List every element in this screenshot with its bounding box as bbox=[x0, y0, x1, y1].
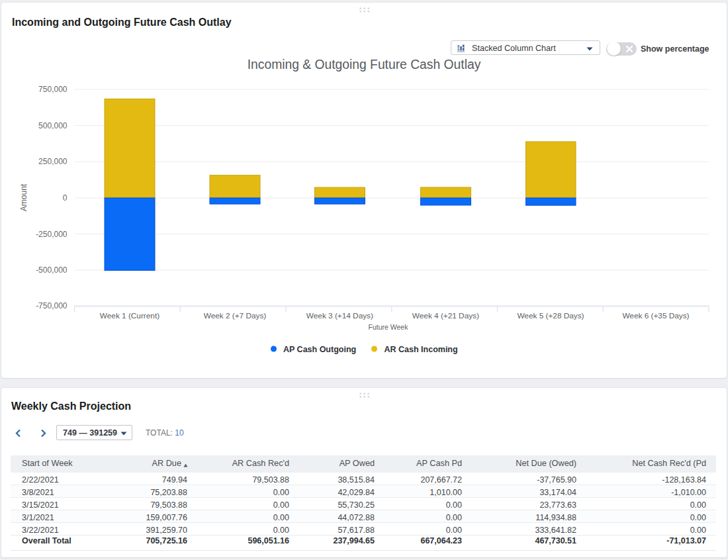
svg-text:Future Week: Future Week bbox=[369, 323, 409, 331]
svg-text:-750,000: -750,000 bbox=[36, 301, 68, 310]
svg-text:AP Cash Outgoing: AP Cash Outgoing bbox=[283, 345, 356, 354]
svg-text:Week 3 (+14 Days): Week 3 (+14 Days) bbox=[306, 311, 373, 320]
svg-text:0: 0 bbox=[63, 193, 68, 203]
svg-text:Week 4 (+21 Days): Week 4 (+21 Days) bbox=[412, 311, 479, 320]
svg-text:-250,000: -250,000 bbox=[36, 230, 68, 239]
svg-text:-500,000: -500,000 bbox=[36, 265, 68, 275]
svg-text:Week 1 (Current): Week 1 (Current) bbox=[100, 311, 159, 320]
svg-text:Week 6 (+35 Days): Week 6 (+35 Days) bbox=[622, 311, 689, 320]
svg-text:750,000: 750,000 bbox=[38, 85, 68, 94]
svg-text:AR Cash Incoming: AR Cash Incoming bbox=[385, 345, 458, 354]
svg-text:Week 5 (+28 Days): Week 5 (+28 Days) bbox=[517, 311, 584, 320]
svg-text:500,000: 500,000 bbox=[38, 121, 68, 130]
svg-text:250,000: 250,000 bbox=[38, 157, 68, 166]
svg-text:Week 2 (+7 Days): Week 2 (+7 Days) bbox=[204, 311, 267, 320]
svg-text:Amount: Amount bbox=[19, 183, 28, 211]
